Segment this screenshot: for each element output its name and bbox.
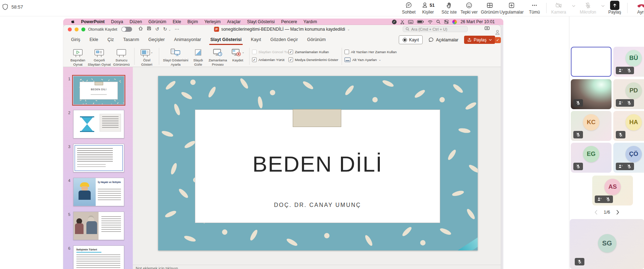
toolbar-people-button[interactable]: 51 Kişiler: [417, 1, 439, 15]
toolbar-apps-button[interactable]: Uygulamalar: [498, 1, 525, 15]
menu-dosya[interactable]: Dosya: [108, 19, 126, 24]
menu-duzen[interactable]: Düzen: [126, 19, 145, 24]
toolbar-mic-button[interactable]: Mikrofon: [575, 1, 600, 15]
tab-kayit[interactable]: Kayıt: [251, 37, 261, 42]
toolbar-share-button[interactable]: Paylaş: [605, 1, 625, 15]
slide-thumbnail-2[interactable]: [73, 110, 124, 138]
participant-tile-active-empty[interactable]: [571, 47, 612, 77]
slide-thumbnail-6[interactable]: İletişimin Türleri: [73, 245, 124, 269]
notes-divider[interactable]: [133, 265, 501, 265]
always-use-subtitles-checkbox[interactable]: Alt Yazıları Her Zaman Kullan: [344, 50, 405, 54]
tab-ciz[interactable]: Çiz: [107, 37, 114, 42]
search-field[interactable]: Ara (Cmd + Ctrl + U): [403, 26, 468, 32]
play-from-start-button[interactable]: Başından Oynat: [68, 47, 87, 66]
play-from-current-button[interactable]: Geçerli Slayttan Oynat: [87, 47, 111, 66]
notes-hint[interactable]: Not eklemek için tıklayın: [136, 266, 178, 269]
participant-tile-eg[interactable]: EG: [571, 143, 612, 173]
mic-muted-icon: [618, 132, 623, 137]
menu-araclar[interactable]: Araçlar: [224, 19, 244, 24]
camera-label: Kamera: [551, 10, 566, 15]
toolbar-more-button[interactable]: Tümü: [526, 1, 543, 15]
toolbar-chat-button[interactable]: Sohbet: [398, 1, 419, 15]
toolbar-react-button[interactable]: Tepki ver: [458, 1, 480, 15]
slide-thumbnail-1[interactable]: BEDEN DİLİ: [73, 76, 124, 105]
toolbar-camera-button[interactable]: Kamera: [548, 1, 570, 15]
spotlight-search-icon: [436, 20, 441, 24]
autosave-toggle[interactable]: [121, 27, 132, 32]
participant-tile-video[interactable]: [571, 79, 612, 109]
slide-title-box[interactable]: BEDEN DİLİ DOÇ. DR. CANAY UMUNÇ: [195, 110, 440, 223]
thumb5-photo: [74, 212, 99, 240]
menubar-app-name[interactable]: PowerPoint: [78, 19, 108, 24]
menu-ekle[interactable]: Ekle: [170, 19, 184, 24]
menu-bicim[interactable]: Biçim: [184, 19, 201, 24]
pagination-prev-button[interactable]: [594, 210, 598, 215]
search-placeholder: Ara (Cmd + Ctrl + U): [411, 27, 447, 31]
menu-pencere[interactable]: Pencere: [278, 19, 300, 24]
checkbox-checked-icon: ✓: [252, 57, 257, 62]
tab-giris[interactable]: Giriş: [71, 37, 80, 42]
tab-tasarim[interactable]: Tasarım: [123, 37, 139, 42]
close-window-button[interactable]: [68, 27, 72, 31]
pagination-next-button[interactable]: [616, 210, 619, 215]
ppt-share-button[interactable]: Paylaş: [464, 36, 495, 44]
tab-gecisler[interactable]: Geçişler: [149, 37, 165, 42]
participant-tile-sg[interactable]: SG: [570, 219, 644, 269]
slide-subtitle[interactable]: DOÇ. DR. CANAY UMUNÇ: [195, 202, 440, 208]
menu-yardim[interactable]: Yardım: [300, 19, 320, 24]
show-media-controls-checkbox[interactable]: ✓ Medya Denetimlerini Göster: [288, 57, 339, 62]
subtitle-settings-button[interactable]: Alt Yazı Ayarları ⌄: [344, 57, 405, 62]
minimize-window-button[interactable]: [75, 27, 79, 31]
menu-slayt-gosterisi[interactable]: Slayt Gösterisi: [244, 19, 278, 24]
participant-tile-kc[interactable]: KC: [571, 111, 612, 141]
apple-menu-icon[interactable]: [67, 20, 78, 24]
play-narrations-checkbox[interactable]: ✓ Anlatımları Yürüt: [252, 57, 288, 62]
comments-button[interactable]: Açıklamalar: [428, 37, 458, 42]
document-title-chevron-icon[interactable]: ⌄: [347, 27, 350, 31]
hide-slide-button[interactable]: Slaydı Gizle: [190, 47, 207, 66]
tab-gorunum[interactable]: Görünüm: [307, 37, 326, 42]
undo-icon[interactable]: ↺: [155, 26, 159, 32]
record-slideshow-button[interactable]: ⌄ Kaydet: [229, 47, 247, 62]
custom-show-button[interactable]: ⌄ Özel Gösteri: [137, 47, 156, 66]
toolbar-raise-hand-button[interactable]: Söz iste: [439, 1, 459, 15]
svg-text:?: ?: [622, 68, 623, 71]
tab-animasyonlar[interactable]: Animasyonlar: [174, 37, 201, 42]
tab-ekle[interactable]: Ekle: [90, 37, 98, 42]
current-slide[interactable]: BEDEN DİLİ DOÇ. DR. CANAY UMUNÇ: [158, 76, 478, 250]
window-share-icon[interactable]: [484, 26, 490, 31]
mic-chevron-down-icon[interactable]: [601, 5, 605, 7]
leaf-pattern-decoration: [302, 80, 314, 90]
participant-tile-pd[interactable]: PD ?: [613, 79, 644, 109]
record-button[interactable]: Kayıt: [399, 35, 423, 44]
participant-tile-as[interactable]: AS ?: [592, 176, 633, 205]
keep-slides-updated-checkbox[interactable]: Slaytları Güncel Tut: [252, 50, 288, 54]
participant-tile-co[interactable]: ÇÖ ?: [613, 143, 644, 173]
participant-tile-bu[interactable]: BÜ ?: [613, 47, 644, 77]
zoom-window-button[interactable]: [81, 27, 85, 31]
home-icon[interactable]: [138, 26, 143, 31]
menu-yerlesim[interactable]: Yerleşim: [201, 19, 224, 24]
rehearse-timings-button[interactable]: Zamanlama Provası: [207, 47, 229, 66]
tab-slayt-gosterisi[interactable]: Slayt Gösterisi: [210, 37, 242, 42]
avatar: KC: [583, 114, 599, 131]
toolbar-leave-button[interactable]: Ayrıl: [632, 1, 644, 15]
comment-bubble-icon: [428, 37, 434, 42]
slide-thumbnail-4[interactable]: İş Hayatı ve İletişim: [73, 178, 124, 206]
setup-slideshow-button[interactable]: Slayt Gösterisini Ayarla: [162, 47, 190, 66]
tab-gozden-gecir[interactable]: Gözden Geçir: [270, 37, 298, 42]
redo-icon[interactable]: ↻ ⌄: [163, 26, 171, 33]
save-icon[interactable]: [147, 26, 151, 31]
leaf-pattern-decoration: [81, 79, 82, 80]
slide-thumbnail-5[interactable]: [73, 212, 124, 240]
titlebar-more-icon[interactable]: ⋯: [175, 26, 179, 32]
menu-gorunum[interactable]: Görünüm: [145, 19, 170, 24]
use-timings-checkbox[interactable]: ✓ Zamanlamaları Kullan: [288, 50, 339, 54]
slide-title[interactable]: BEDEN DİLİ: [195, 151, 440, 177]
presenter-view-button[interactable]: Sunucu Görünümü: [111, 47, 132, 66]
slide-thumbnail-3[interactable]: [73, 144, 124, 172]
slide-tan-rect[interactable]: [293, 109, 341, 127]
camera-chevron-down-icon[interactable]: [572, 5, 575, 7]
participant-tile-ha[interactable]: HA: [613, 111, 644, 141]
thumb2-hourglass-graphic: [81, 117, 93, 131]
